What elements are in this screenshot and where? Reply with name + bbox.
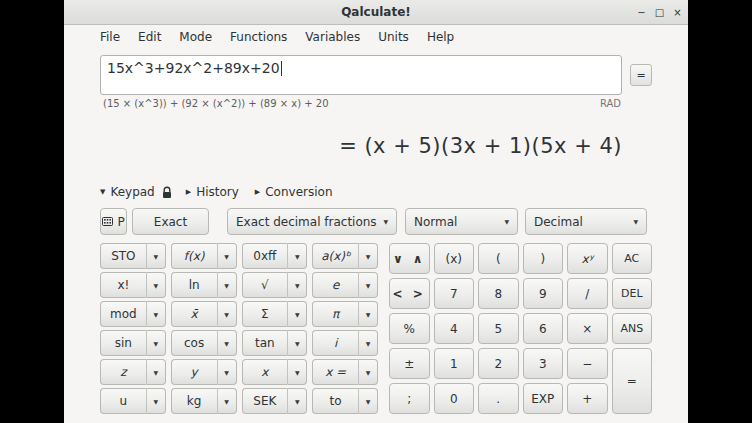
- key-mod[interactable]: mod: [100, 301, 146, 327]
- menu-functions[interactable]: Functions: [221, 27, 296, 47]
- key-sqrt[interactable]: √: [242, 272, 288, 298]
- key-tan-arrow[interactable]: ▼: [287, 330, 307, 356]
- key-1[interactable]: 1: [434, 348, 475, 379]
- key-minus[interactable]: −: [567, 348, 608, 379]
- programming-keypad-button[interactable]: P: [100, 208, 127, 235]
- key-y[interactable]: y: [171, 359, 217, 385]
- key-sum-arrow[interactable]: ▼: [287, 301, 307, 327]
- key-sin[interactable]: sin: [100, 330, 146, 356]
- fraction-mode-select[interactable]: Exact decimal fractions ▼: [227, 208, 397, 235]
- key-open-paren[interactable]: (: [478, 243, 519, 274]
- calculate-button[interactable]: =: [630, 64, 652, 86]
- expression-input[interactable]: 15x^3+92x^2+89x+20: [100, 55, 622, 95]
- key-factorial[interactable]: x!: [100, 272, 146, 298]
- key-close-paren[interactable]: ): [523, 243, 564, 274]
- menu-units[interactable]: Units: [369, 27, 418, 47]
- key-8[interactable]: 8: [478, 278, 519, 309]
- key-plus-minus[interactable]: ±: [389, 348, 430, 379]
- menu-mode[interactable]: Mode: [170, 27, 221, 47]
- key-ans[interactable]: ANS: [612, 313, 653, 344]
- lock-icon[interactable]: [162, 186, 172, 199]
- keypad-toggle[interactable]: ▼ Keypad: [100, 185, 155, 199]
- key-e-arrow[interactable]: ▼: [358, 272, 378, 298]
- key-mean[interactable]: x̄: [171, 301, 217, 327]
- key-equals[interactable]: =: [612, 348, 653, 414]
- minimize-button[interactable]: −: [634, 5, 649, 20]
- dropdown-icon: ▼: [366, 398, 371, 405]
- key-9[interactable]: 9: [523, 278, 564, 309]
- key-percent[interactable]: %: [389, 313, 430, 344]
- key-to-arrow[interactable]: ▼: [358, 388, 378, 414]
- key-semicolon[interactable]: ;: [389, 383, 430, 414]
- key-exp[interactable]: EXP: [523, 383, 564, 414]
- history-toggle[interactable]: ▶ History: [186, 185, 239, 199]
- key-ln-arrow[interactable]: ▼: [217, 272, 237, 298]
- key-multiply[interactable]: ×: [567, 313, 608, 344]
- key-sin-arrow[interactable]: ▼: [146, 330, 166, 356]
- key-i-arrow[interactable]: ▼: [358, 330, 378, 356]
- key-x-arrow[interactable]: ▼: [287, 359, 307, 385]
- key-x-equals-arrow[interactable]: ▼: [358, 359, 378, 385]
- key-smart-parentheses[interactable]: (x): [434, 243, 475, 274]
- number-base-select[interactable]: Decimal ▼: [525, 208, 647, 235]
- key-power[interactable]: xʸ: [567, 243, 608, 274]
- approximation-mode-select[interactable]: Normal ▼: [405, 208, 518, 235]
- key-pi[interactable]: π: [312, 301, 358, 327]
- close-button[interactable]: ×: [670, 5, 685, 20]
- key-z[interactable]: z: [100, 359, 146, 385]
- key-u[interactable]: u: [100, 388, 146, 414]
- conversion-toggle[interactable]: ▶ Conversion: [255, 185, 333, 199]
- key-x[interactable]: x: [242, 359, 288, 385]
- key-sto[interactable]: STO: [100, 243, 146, 269]
- key-6[interactable]: 6: [523, 313, 564, 344]
- key-pi-arrow[interactable]: ▼: [358, 301, 378, 327]
- key-ac[interactable]: AC: [612, 243, 653, 274]
- key-function-arrow[interactable]: ▼: [217, 243, 237, 269]
- key-kg-arrow[interactable]: ▼: [217, 388, 237, 414]
- key-mod-arrow[interactable]: ▼: [146, 301, 166, 327]
- key-to[interactable]: to: [312, 388, 358, 414]
- key-sum[interactable]: Σ: [242, 301, 288, 327]
- key-ln[interactable]: ln: [171, 272, 217, 298]
- menu-edit[interactable]: Edit: [129, 27, 170, 47]
- key-axb[interactable]: a(x)ᵇ: [312, 243, 358, 269]
- key-5[interactable]: 5: [478, 313, 519, 344]
- key-e[interactable]: e: [312, 272, 358, 298]
- key-sto-arrow[interactable]: ▼: [146, 243, 166, 269]
- key-2[interactable]: 2: [478, 348, 519, 379]
- key-kg[interactable]: kg: [171, 388, 217, 414]
- key-divide[interactable]: /: [567, 278, 608, 309]
- key-sek[interactable]: SEK: [242, 388, 288, 414]
- key-7[interactable]: 7: [434, 278, 475, 309]
- key-y-arrow[interactable]: ▼: [217, 359, 237, 385]
- menu-file[interactable]: File: [91, 27, 129, 47]
- key-hex[interactable]: 0xff: [242, 243, 288, 269]
- key-nav-left-right[interactable]: < >: [389, 278, 430, 309]
- key-function[interactable]: f(x): [171, 243, 217, 269]
- exact-toggle-button[interactable]: Exact: [132, 208, 209, 235]
- key-4[interactable]: 4: [434, 313, 475, 344]
- key-u-arrow[interactable]: ▼: [146, 388, 166, 414]
- key-i[interactable]: i: [312, 330, 358, 356]
- key-mean-arrow[interactable]: ▼: [217, 301, 237, 327]
- key-del[interactable]: DEL: [612, 278, 653, 309]
- key-sqrt-arrow[interactable]: ▼: [287, 272, 307, 298]
- key-axb-arrow[interactable]: ▼: [358, 243, 378, 269]
- key-plus[interactable]: +: [567, 383, 608, 414]
- key-cos-arrow[interactable]: ▼: [217, 330, 237, 356]
- key-0[interactable]: 0: [434, 383, 475, 414]
- key-factorial-arrow[interactable]: ▼: [146, 272, 166, 298]
- key-nav-up-down[interactable]: ∨ ∧: [389, 243, 430, 274]
- menu-variables[interactable]: Variables: [296, 27, 369, 47]
- key-z-arrow[interactable]: ▼: [146, 359, 166, 385]
- key-dot[interactable]: .: [478, 383, 519, 414]
- key-3[interactable]: 3: [523, 348, 564, 379]
- key-cos[interactable]: cos: [171, 330, 217, 356]
- key-x-equals[interactable]: x =: [312, 359, 358, 385]
- key-sek-arrow[interactable]: ▼: [287, 388, 307, 414]
- titlebar[interactable]: Qalculate! − □ ×: [64, 0, 688, 25]
- key-hex-arrow[interactable]: ▼: [287, 243, 307, 269]
- menu-help[interactable]: Help: [418, 27, 463, 47]
- maximize-button[interactable]: □: [652, 5, 667, 20]
- key-tan[interactable]: tan: [242, 330, 288, 356]
